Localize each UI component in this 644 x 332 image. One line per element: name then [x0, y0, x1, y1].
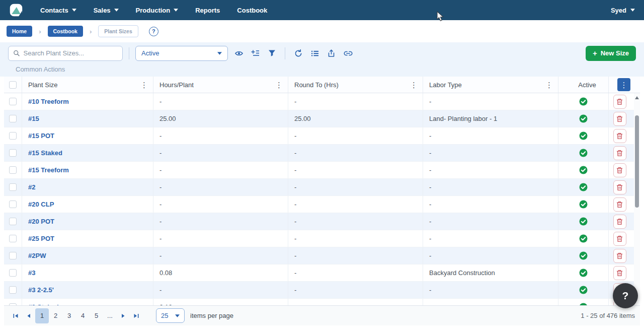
row-checkbox[interactable]: [9, 286, 17, 294]
row-checkbox[interactable]: [9, 98, 17, 105]
row-checkbox[interactable]: [9, 235, 17, 242]
plant-size-link[interactable]: #20 CLP: [22, 196, 153, 213]
page-button-4[interactable]: 4: [76, 308, 90, 323]
delete-row-button[interactable]: [613, 197, 626, 212]
delete-row-button[interactable]: [613, 163, 626, 177]
nav-item-sales[interactable]: Sales: [94, 7, 119, 14]
floating-help-button[interactable]: ?: [613, 283, 638, 308]
items-per-page-label: items per page: [190, 312, 233, 319]
row-checkbox[interactable]: [9, 303, 17, 305]
round-to-cell: -: [288, 93, 423, 110]
page-button-more[interactable]: ...: [103, 308, 117, 323]
table-row: #15 25.00 25.00 Land- Planting labor - 1: [4, 110, 640, 127]
round-to-cell: -: [288, 299, 423, 305]
export-button[interactable]: [325, 46, 338, 60]
labor-type-cell: -: [423, 93, 558, 110]
row-checkbox[interactable]: [9, 132, 17, 140]
app-logo-icon[interactable]: [9, 3, 23, 17]
status-filter-select[interactable]: Active: [135, 46, 228, 61]
row-checkbox[interactable]: [9, 149, 17, 157]
delete-row-button[interactable]: [613, 146, 626, 160]
nav-item-contacts[interactable]: Contacts: [40, 7, 76, 14]
page-button-5[interactable]: 5: [90, 308, 103, 323]
delete-row-button[interactable]: [613, 112, 626, 126]
row-checkbox[interactable]: [9, 166, 17, 174]
delete-row-button[interactable]: [613, 180, 626, 194]
add-column-icon: [251, 49, 260, 57]
trash-icon: [616, 132, 623, 140]
last-page-button[interactable]: [130, 309, 143, 323]
delete-row-button[interactable]: [613, 232, 626, 246]
toolbar-panel: Active: [0, 42, 644, 77]
plant-size-link[interactable]: #15: [22, 110, 153, 127]
page-button-2[interactable]: 2: [49, 308, 62, 323]
scroll-up-icon[interactable]: [635, 96, 639, 99]
column-menu-icon[interactable]: ⋮: [544, 80, 554, 90]
delete-row-button[interactable]: [613, 95, 626, 109]
delete-row-button[interactable]: [613, 266, 626, 280]
labor-type-cell: -: [423, 213, 558, 230]
add-column-button[interactable]: [249, 46, 262, 60]
new-size-button[interactable]: + New Size: [586, 46, 636, 61]
nav-item-production[interactable]: Production: [136, 7, 179, 14]
plant-size-link[interactable]: #3: [22, 264, 153, 281]
visibility-toggle-button[interactable]: [232, 46, 246, 60]
list-view-button[interactable]: [308, 46, 321, 60]
hours-per-plant-cell: -: [153, 282, 288, 298]
first-page-button[interactable]: [9, 309, 22, 323]
search-input[interactable]: [24, 49, 118, 57]
link-button[interactable]: [341, 46, 355, 60]
round-to-cell: -: [288, 145, 423, 161]
active-column-menu-button[interactable]: ⋮: [617, 78, 630, 91]
active-check-icon: [579, 200, 588, 209]
next-page-button[interactable]: [117, 309, 130, 323]
active-check-icon: [579, 286, 588, 294]
delete-row-button[interactable]: [613, 249, 626, 263]
plant-size-link[interactable]: #2PW: [22, 247, 153, 264]
breadcrumb-home[interactable]: Home: [7, 26, 32, 37]
plant-size-link[interactable]: #15 POT: [22, 127, 153, 144]
row-checkbox[interactable]: [9, 183, 17, 191]
refresh-button[interactable]: [291, 46, 305, 60]
column-header-round-to: Round To (Hrs): [294, 81, 339, 89]
hours-per-plant-cell: 25.00: [153, 110, 288, 127]
column-menu-icon[interactable]: ⋮: [274, 80, 284, 90]
row-checkbox[interactable]: [9, 115, 17, 122]
plant-size-link[interactable]: #20 POT: [22, 213, 153, 230]
row-checkbox[interactable]: [9, 201, 17, 208]
top-navbar: Contacts Sales Production Reports Costbo…: [0, 0, 644, 20]
plant-size-link[interactable]: #3 Staked: [22, 299, 153, 305]
column-menu-icon[interactable]: ⋮: [409, 80, 419, 90]
nav-label: Contacts: [40, 7, 68, 14]
plant-size-link[interactable]: #25 POT: [22, 230, 153, 247]
prev-page-button[interactable]: [22, 309, 35, 323]
plant-size-link[interactable]: #15 Treeform: [22, 162, 153, 178]
row-checkbox[interactable]: [9, 252, 17, 259]
row-checkbox[interactable]: [9, 218, 17, 225]
page-button-3[interactable]: 3: [62, 308, 76, 323]
common-actions-link[interactable]: Common Actions: [8, 65, 65, 73]
help-icon[interactable]: ?: [149, 27, 158, 36]
labor-type-cell: -: [423, 145, 558, 161]
page-size-value: 25: [161, 312, 168, 319]
page-size-select[interactable]: 25: [156, 308, 185, 323]
row-checkbox[interactable]: [9, 269, 17, 277]
user-menu[interactable]: Syed: [611, 7, 635, 14]
delete-row-button[interactable]: [613, 129, 626, 143]
column-menu-icon[interactable]: ⋮: [139, 80, 149, 90]
nav-item-reports[interactable]: Reports: [195, 7, 220, 14]
filter-button[interactable]: [265, 46, 279, 60]
breadcrumb-costbook[interactable]: Costbook: [48, 26, 83, 37]
scrollbar-thumb[interactable]: [635, 115, 639, 208]
plant-size-link[interactable]: #10 Treeform: [22, 93, 153, 110]
labor-type-cell: -: [423, 282, 558, 298]
nav-item-costbook[interactable]: Costbook: [237, 7, 267, 14]
plant-size-link[interactable]: #15 Staked: [22, 145, 153, 161]
plant-size-link[interactable]: #2: [22, 179, 153, 195]
page-button-1[interactable]: 1: [35, 308, 49, 323]
plant-size-link[interactable]: #3 2-2.5': [22, 282, 153, 298]
round-to-cell: -: [288, 213, 423, 230]
vertical-scrollbar[interactable]: [634, 93, 640, 305]
select-all-checkbox[interactable]: [9, 81, 17, 89]
delete-row-button[interactable]: [613, 215, 626, 229]
